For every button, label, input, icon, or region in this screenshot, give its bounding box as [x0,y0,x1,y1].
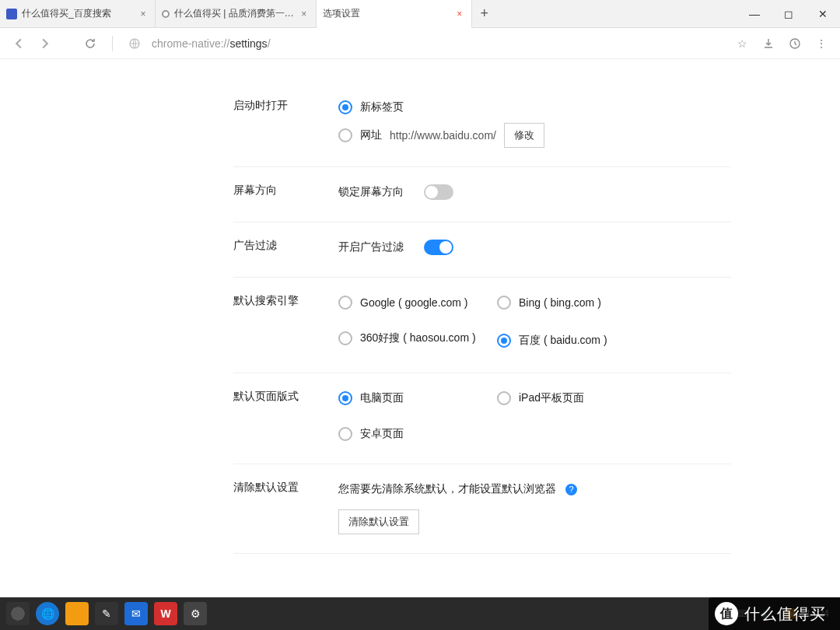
url-text[interactable]: chrome-native://settings/ [152,37,271,50]
radio-desktop[interactable] [338,391,352,405]
orientation-toggle[interactable] [424,184,453,200]
section-label: 启动时打开 [233,96,338,148]
watermark: 什么值得买 [709,597,840,630]
hint-text: 您需要先清除系统默认，才能设置默认浏览器 [338,482,556,496]
section-startup: 启动时打开 新标签页 网址 http://www.baidu.com/ 修改 [233,82,731,167]
taskbar-mail-icon[interactable]: ✉ [124,602,148,625]
tab-strip: 什么值得买_百度搜索 × 什么值得买 | 品质消费第一… × 选项设置 × + … [0,0,840,28]
site-info-icon[interactable] [125,34,144,53]
option-label: 网址 [360,128,382,142]
option-label: 电脑页面 [360,391,404,405]
tab-smzdm[interactable]: 什么值得买 | 品质消费第一… × [156,0,317,27]
section-clear-default: 清除默认设置 您需要先清除系统默认，才能设置默认浏览器 ? 清除默认设置 [233,464,731,554]
close-icon[interactable]: × [138,9,149,19]
section-adblock: 广告过滤 开启广告过滤 [233,222,731,278]
section-page-style: 默认页面版式 电脑页面 iPad平板页面 安卓页面 [233,373,731,464]
option-label: 360好搜 ( haosou.com ) [360,331,476,345]
option-label: 新标签页 [360,100,404,114]
tab-baidu-search[interactable]: 什么值得买_百度搜索 × [0,0,156,27]
option-label: Bing ( bing.com ) [519,296,601,309]
section-search-engine: 默认搜索引擎 Google ( google.com ) Bing ( bing… [233,278,731,373]
taskbar-settings-icon[interactable]: ⚙ [184,602,207,625]
section-label: 屏幕方向 [233,181,338,203]
forward-button[interactable] [36,34,54,53]
minimize-button[interactable]: — [737,0,772,27]
radio-ipad[interactable] [497,391,511,405]
taskbar-wps-icon[interactable]: W [154,602,177,625]
section-label: 广告过滤 [233,236,338,258]
back-button[interactable] [9,34,28,53]
close-window-button[interactable]: ✕ [806,0,840,27]
section-label: 默认搜索引擎 [233,292,338,354]
tab-label: 什么值得买_百度搜索 [22,7,133,20]
maximize-button[interactable]: ◻ [772,0,806,27]
section-label: 默认页面版式 [233,387,338,445]
address-bar: chrome-native://settings/ ☆ ⋮ [0,28,840,59]
new-tab-button[interactable]: + [472,0,497,27]
clear-default-button[interactable]: 清除默认设置 [338,509,419,534]
taskbar-app1-icon[interactable] [65,602,89,625]
taskbar-browser-icon[interactable]: 🌐 [36,602,59,625]
option-label: 锁定屏幕方向 [338,185,404,199]
radio-url[interactable] [338,128,352,142]
radio-bing[interactable] [497,296,511,310]
option-label: iPad平板页面 [519,391,584,405]
startup-url-value: http://www.baidu.com/ [390,129,496,142]
info-icon[interactable]: ? [565,484,577,495]
radio-google[interactable] [338,296,352,310]
history-icon[interactable] [786,34,804,53]
reload-button[interactable] [81,34,100,53]
radio-baidu[interactable] [497,334,511,348]
modify-button[interactable]: 修改 [504,123,544,148]
tab-label: 选项设置 [323,7,450,20]
option-label: 安卓页面 [360,427,404,441]
option-label: 百度 ( baidu.com ) [519,334,607,348]
favicon-icon [6,9,17,19]
section-orientation: 屏幕方向 锁定屏幕方向 [233,167,731,222]
adblock-toggle[interactable] [424,240,453,255]
download-icon[interactable] [759,34,778,53]
divider [112,36,113,51]
taskbar-app2-icon[interactable]: ✎ [95,602,118,625]
close-icon[interactable]: × [454,9,465,19]
tab-label: 什么值得买 | 品质消费第一… [174,7,294,20]
radio-android[interactable] [338,427,352,441]
tab-settings[interactable]: 选项设置 × [317,0,472,28]
favicon-icon [162,10,170,18]
close-icon[interactable]: × [299,9,310,19]
menu-icon[interactable]: ⋮ [812,34,831,53]
section-label: 清除默认设置 [233,478,338,534]
taskbar-home-icon[interactable] [6,602,30,625]
settings-content: 启动时打开 新标签页 网址 http://www.baidu.com/ 修改 屏… [0,59,840,597]
radio-haosou[interactable] [338,331,352,345]
option-label: 开启广告过滤 [338,240,404,254]
option-label: Google ( google.com ) [360,296,468,309]
radio-newtab[interactable] [338,100,352,114]
star-icon[interactable]: ☆ [733,34,751,53]
